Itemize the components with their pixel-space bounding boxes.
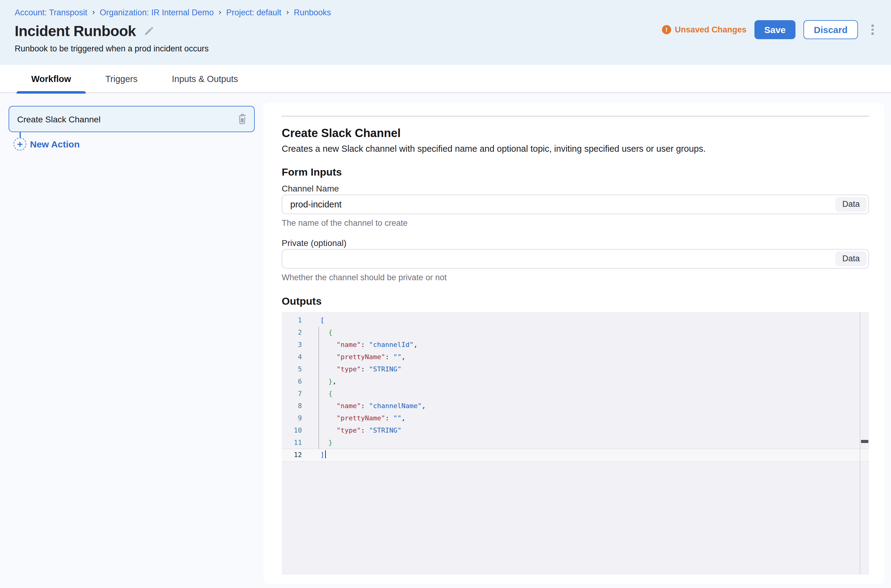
code-line[interactable]: 12] xyxy=(282,449,869,461)
code-line-text: [ xyxy=(310,314,324,326)
action-card-create-slack-channel[interactable]: Create Slack Channel xyxy=(9,106,255,132)
private-helper: Whether the channel should be private or… xyxy=(282,273,869,282)
action-detail-panel: Create Slack Channel Creates a new Slack… xyxy=(263,103,884,584)
code-line-text: } xyxy=(310,436,333,449)
breadcrumb-organization[interactable]: Organization: IR Internal Demo xyxy=(100,8,214,17)
editor-scrollbar-track xyxy=(860,312,860,574)
code-line[interactable]: 10 "type": "STRING" xyxy=(282,424,869,436)
code-line[interactable]: 4 "prettyName": "", xyxy=(282,351,869,363)
tab-workflow-label: Workflow xyxy=(31,74,71,84)
code-line-text: ] xyxy=(310,449,326,461)
code-line-text: "prettyName": "", xyxy=(310,412,405,424)
code-line-text: }, xyxy=(310,375,337,388)
new-action-label: New Action xyxy=(30,139,80,149)
private-field-row: Data xyxy=(282,249,869,268)
private-input[interactable] xyxy=(282,249,869,268)
code-line[interactable]: 11 } xyxy=(282,436,869,449)
code-line-text: "name": "channelId", xyxy=(310,339,418,351)
edit-title-icon[interactable] xyxy=(144,27,153,36)
form-inputs-heading: Form Inputs xyxy=(282,165,869,178)
line-number: 4 xyxy=(282,351,310,363)
new-action-button[interactable]: + New Action xyxy=(14,138,80,150)
breadcrumb-separator-icon: › xyxy=(92,8,95,16)
code-line-text: "name": "channelName", xyxy=(310,400,426,412)
channel-name-label: Channel Name xyxy=(282,183,869,194)
tab-bar: Workflow Triggers Inputs & Outputs xyxy=(0,65,891,93)
line-number: 12 xyxy=(282,449,310,461)
page-header: Account: Transposit › Organization: IR I… xyxy=(0,0,891,65)
code-line-text: { xyxy=(310,326,333,339)
indent-guide-line xyxy=(318,326,319,449)
channel-name-field-row: Data xyxy=(282,194,869,214)
channel-name-helper: The name of the channel to create xyxy=(282,218,869,228)
breadcrumb-account[interactable]: Account: Transposit xyxy=(15,8,87,17)
warning-icon: ! xyxy=(662,25,671,34)
action-description: Creates a new Slack channel with specifi… xyxy=(282,142,869,154)
code-line[interactable]: 9 "prettyName": "", xyxy=(282,412,869,424)
page-title: Incident Runbook xyxy=(15,22,136,40)
private-data-button[interactable]: Data xyxy=(835,251,867,266)
top-divider xyxy=(282,116,869,117)
channel-name-input[interactable] xyxy=(282,194,869,214)
code-line[interactable]: 1[ xyxy=(282,314,869,326)
code-line[interactable]: 8 "name": "channelName", xyxy=(282,400,869,412)
breadcrumb-project[interactable]: Project: default xyxy=(226,8,281,17)
app-window: Account: Transposit › Organization: IR I… xyxy=(0,0,891,588)
code-lines: 1[2 {3 "name": "channelId",4 "prettyName… xyxy=(282,314,869,461)
action-title: Create Slack Channel xyxy=(282,126,869,140)
line-number: 11 xyxy=(282,436,310,449)
discard-button[interactable]: Discard xyxy=(804,20,858,39)
outputs-heading: Outputs xyxy=(282,295,869,308)
private-label: Private (optional) xyxy=(282,237,869,248)
editor-scrollbar-thumb[interactable] xyxy=(861,440,868,442)
line-number: 5 xyxy=(282,363,310,375)
code-line-text: "type": "STRING" xyxy=(310,363,402,375)
line-number: 1 xyxy=(282,314,310,326)
code-line-text: { xyxy=(310,388,333,400)
line-number: 2 xyxy=(282,326,310,339)
breadcrumb-separator-icon: › xyxy=(218,8,221,16)
action-card-label: Create Slack Channel xyxy=(17,114,238,124)
code-line[interactable]: 6 }, xyxy=(282,375,869,388)
breadcrumb-separator-icon: › xyxy=(286,8,289,16)
line-number: 6 xyxy=(282,375,310,388)
tab-workflow[interactable]: Workflow xyxy=(17,65,86,92)
breadcrumb: Account: Transposit › Organization: IR I… xyxy=(15,8,878,17)
code-line[interactable]: 7 { xyxy=(282,388,869,400)
line-number: 3 xyxy=(282,339,310,351)
outputs-code-editor[interactable]: 1[2 {3 "name": "channelId",4 "prettyName… xyxy=(282,312,869,574)
unsaved-changes-label: Unsaved Changes xyxy=(675,25,747,34)
code-line-text: "prettyName": "", xyxy=(310,351,405,363)
workflow-connector-line xyxy=(20,132,21,138)
line-number: 7 xyxy=(282,388,310,400)
tab-inputs-outputs[interactable]: Inputs & Outputs xyxy=(157,65,253,92)
line-number: 8 xyxy=(282,400,310,412)
workflow-steps-panel: Create Slack Channel + New Action xyxy=(0,93,263,588)
text-cursor xyxy=(325,450,326,458)
code-line[interactable]: 2 { xyxy=(282,326,869,339)
code-line[interactable]: 5 "type": "STRING" xyxy=(282,363,869,375)
plus-circle-icon: + xyxy=(14,138,26,150)
delete-action-trash-icon[interactable] xyxy=(238,114,247,124)
channel-name-data-button[interactable]: Data xyxy=(835,197,867,212)
more-options-kebab-icon[interactable] xyxy=(867,22,878,38)
unsaved-changes-status: ! Unsaved Changes xyxy=(662,25,747,34)
line-number: 9 xyxy=(282,412,310,424)
line-number: 10 xyxy=(282,424,310,436)
page-subtitle: Runbook to be triggered when a prod inci… xyxy=(15,44,878,53)
code-line-text: "type": "STRING" xyxy=(310,424,402,436)
save-button[interactable]: Save xyxy=(754,20,795,39)
breadcrumb-runbooks[interactable]: Runbooks xyxy=(294,8,331,17)
code-line[interactable]: 3 "name": "channelId", xyxy=(282,339,869,351)
tab-inputs-outputs-label: Inputs & Outputs xyxy=(172,74,238,84)
tab-triggers[interactable]: Triggers xyxy=(90,65,152,92)
tab-triggers-label: Triggers xyxy=(105,74,137,84)
